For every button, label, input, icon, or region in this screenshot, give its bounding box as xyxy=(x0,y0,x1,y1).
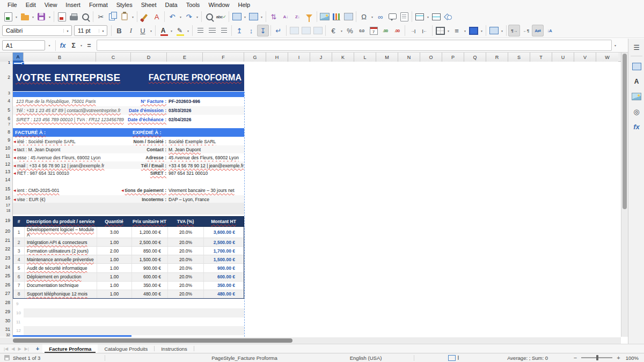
conditional-dropdown-icon[interactable]: ▾ xyxy=(500,25,504,36)
last-sheet-icon[interactable]: ▶| xyxy=(23,346,31,351)
sheet-tab-catalogue-produits[interactable]: Catalogue Produits xyxy=(98,344,154,353)
save-dropdown-icon[interactable]: ▾ xyxy=(47,11,52,23)
item-row[interactable]: 2 Intégration API & connecteurs 1.00 2,5… xyxy=(13,238,244,247)
format-number-icon[interactable]: 0.0 xyxy=(356,25,368,36)
column-header-N[interactable]: N xyxy=(398,53,420,62)
right-to-left-icon[interactable]: ←¶ xyxy=(520,25,532,36)
row-header-28[interactable]: 28 xyxy=(5,300,10,305)
column-header-H[interactable]: H xyxy=(266,53,288,62)
font-name-combo[interactable]: Calibri ▾ xyxy=(2,25,72,36)
column-header-U[interactable]: U xyxy=(552,53,574,62)
party-row[interactable]: ◀iété : Société Exemple SARL Nom / Socié… xyxy=(13,137,244,145)
open-dropdown-icon[interactable]: ▾ xyxy=(31,11,35,23)
save-icon[interactable] xyxy=(35,11,47,23)
row-header-20[interactable]: 20 xyxy=(5,228,10,234)
align-top-icon[interactable]: ↥ xyxy=(233,25,245,36)
merge-center-cells-icon[interactable] xyxy=(288,25,300,36)
horizontal-scrollbar-thumb[interactable] xyxy=(13,338,292,343)
menu-styles[interactable]: Styles xyxy=(112,0,137,10)
row-header-5[interactable]: 5 xyxy=(8,107,10,113)
menu-help[interactable]: Help xyxy=(234,0,255,10)
formula-equals-icon[interactable]: = xyxy=(84,42,94,49)
wrap-text-icon[interactable]: ↵ xyxy=(273,25,284,36)
row-header-30[interactable]: 30 xyxy=(5,318,10,323)
clear-formatting-icon[interactable]: A xyxy=(151,11,163,23)
info-row-address[interactable]: 123 Rue de la République, 75001 Paris N°… xyxy=(13,97,244,106)
insert-column-icon[interactable] xyxy=(247,11,259,23)
item-desc[interactable]: Formation utilisateurs (2 jours) xyxy=(24,247,97,255)
spelling-icon[interactable]: abc✓ xyxy=(215,11,227,23)
text-direction-horizontal-icon[interactable]: A⇄ xyxy=(532,25,544,36)
item-row[interactable]: 6 Déploiement en production 1.00 600.00 … xyxy=(13,273,244,282)
column-header-C[interactable]: C xyxy=(96,53,131,62)
sheet-tab-facture-proforma[interactable]: Facture Proforma xyxy=(42,344,98,353)
sort-descending-icon[interactable]: Z↓ xyxy=(291,11,303,23)
item-desc[interactable]: Déploiement en production xyxy=(24,273,97,281)
print-icon[interactable] xyxy=(68,11,79,23)
pivot-table-icon[interactable] xyxy=(342,11,354,23)
item-desc[interactable]: Audit de sécurité informatique xyxy=(24,264,97,272)
item-vat[interactable]: 20.0% xyxy=(167,227,203,238)
item-num[interactable]: 2 xyxy=(13,238,24,246)
currency-dropdown-icon[interactable]: ▾ xyxy=(339,25,344,36)
item-price[interactable]: 480.00 € xyxy=(131,290,167,298)
row-header-22[interactable]: 22 xyxy=(5,246,10,252)
split-window-icon[interactable] xyxy=(430,11,442,23)
border-style-icon[interactable]: ≡ xyxy=(451,25,463,36)
menu-file[interactable]: File xyxy=(3,0,21,10)
font-color-dropdown-icon[interactable]: ▾ xyxy=(169,25,174,36)
zoom-slider-thumb[interactable] xyxy=(596,355,598,360)
company-name[interactable]: VOTRE ENTREPRISE xyxy=(16,72,120,84)
column-header-V[interactable]: V xyxy=(574,53,596,62)
redo-dropdown-icon[interactable]: ▾ xyxy=(195,11,200,23)
shipped-siret-value[interactable]: 987 654 321 00010 xyxy=(169,171,208,176)
average-sum-display[interactable]: Average: ; Sum: 0 xyxy=(507,355,548,361)
merge-cells-icon[interactable] xyxy=(300,25,312,36)
row-header-18[interactable]: 18 xyxy=(6,209,10,212)
menu-tools[interactable]: Tools xyxy=(182,0,204,10)
headers-footers-icon[interactable] xyxy=(398,11,410,23)
item-qty[interactable]: 2.00 xyxy=(97,247,131,255)
order-row[interactable]: ◀ient : CMD-2025-001 ◀tions de paiement … xyxy=(13,186,244,195)
item-vat[interactable]: 20.0% xyxy=(167,282,203,290)
header-num[interactable]: # xyxy=(13,217,24,226)
item-price[interactable]: 600.00 € xyxy=(131,273,167,281)
column-header-M[interactable]: M xyxy=(376,53,398,62)
row-header-19[interactable]: 19 xyxy=(5,218,10,223)
invoice-number-label[interactable]: N° Facture : xyxy=(13,99,166,104)
add-sheet-icon[interactable]: + xyxy=(33,345,42,352)
header-amount[interactable]: Montant HT xyxy=(203,217,244,226)
shipped-email-value[interactable]: +33 4 56 78 90 12 | jean@exemple.fr xyxy=(169,163,244,168)
paste-dropdown-icon[interactable]: ▾ xyxy=(130,11,135,23)
column-header-O[interactable]: O xyxy=(420,53,442,62)
row-header-7[interactable]: 7 xyxy=(8,122,10,126)
name-box-dropdown-icon[interactable]: ▾ xyxy=(45,40,54,51)
row-header-23[interactable]: 23 xyxy=(5,255,10,261)
ghost-row[interactable]: 12 xyxy=(13,326,244,335)
row-header-25[interactable]: 25 xyxy=(5,273,10,278)
row-header-2[interactable]: 2 xyxy=(8,75,10,80)
insert-row-icon[interactable] xyxy=(231,11,243,23)
column-header-G[interactable]: G xyxy=(244,53,266,62)
border-style-dropdown-icon[interactable]: ▾ xyxy=(463,25,467,36)
row-header-6[interactable]: 6 xyxy=(8,116,10,121)
shipped-company-label[interactable]: Nom / Société : xyxy=(13,139,166,144)
next-sheet-icon[interactable]: ▶ xyxy=(16,346,23,351)
print-preview-icon[interactable] xyxy=(79,11,91,23)
menu-insert[interactable]: Insert xyxy=(61,0,85,10)
highlight-dropdown-icon[interactable]: ▾ xyxy=(186,25,191,36)
gallery-panel-icon[interactable] xyxy=(628,90,644,103)
freeze-dropdown-icon[interactable]: ▾ xyxy=(426,11,430,23)
italic-icon[interactable]: I xyxy=(125,25,137,36)
item-qty[interactable]: 1.00 xyxy=(97,264,131,272)
incoterms-label[interactable]: Incoterms : xyxy=(13,197,166,202)
menu-data[interactable]: Data xyxy=(160,0,181,10)
column-header-I[interactable]: I xyxy=(288,53,310,62)
party-row[interactable]: ◀tact : M. Jean Dupont Contact : M. Jean… xyxy=(13,145,244,153)
items-table-header[interactable]: # Description du produit / service Quant… xyxy=(13,216,244,227)
language-setting[interactable]: English (USA) xyxy=(350,355,382,361)
column-header-R[interactable]: R xyxy=(486,53,508,62)
function-wizard-icon[interactable]: fx xyxy=(57,42,68,49)
column-header-F[interactable]: F xyxy=(203,53,244,62)
zoom-out-icon[interactable]: − xyxy=(573,354,578,361)
